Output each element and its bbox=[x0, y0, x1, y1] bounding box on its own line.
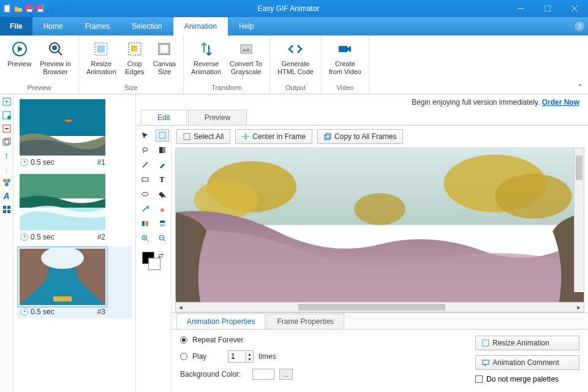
animation-comment-button[interactable]: Animation Comment bbox=[475, 355, 579, 370]
flip-v-icon[interactable] bbox=[156, 217, 169, 230]
spin-up-icon[interactable]: ▲ bbox=[246, 352, 253, 356]
svg-rect-53 bbox=[160, 221, 165, 223]
tool-palette: T ⇄ bbox=[136, 126, 172, 392]
vertical-scrollbar[interactable] bbox=[574, 148, 584, 292]
eraser-tool-icon[interactable] bbox=[156, 203, 169, 215]
redo-icon[interactable] bbox=[58, 4, 67, 13]
tab-selection[interactable]: Selection bbox=[121, 17, 173, 36]
insert-frame-icon[interactable]: + bbox=[2, 97, 12, 107]
canvas[interactable] bbox=[175, 148, 584, 303]
maximize-button[interactable] bbox=[534, 0, 561, 17]
line-tool-icon[interactable] bbox=[138, 159, 152, 171]
create-from-video-button[interactable]: Create from Video bbox=[326, 38, 364, 83]
frame-thumb[interactable]: 🕑0.5 sec#1 bbox=[20, 99, 129, 167]
copy-all-frames-button[interactable]: Copy to All Frames bbox=[317, 129, 403, 144]
editor-area: Begin enjoying full version immediately.… bbox=[136, 94, 588, 392]
marquee-tool-icon[interactable] bbox=[156, 129, 169, 141]
svg-rect-29 bbox=[5, 138, 10, 144]
save-as-icon[interactable] bbox=[36, 4, 45, 13]
zoom-in-icon[interactable] bbox=[138, 232, 152, 244]
tab-home[interactable]: Home bbox=[32, 17, 74, 36]
effects-icon[interactable] bbox=[2, 178, 12, 187]
flip-h-icon[interactable] bbox=[138, 217, 152, 230]
undo-icon[interactable] bbox=[47, 4, 56, 13]
svg-point-5 bbox=[41, 4, 45, 8]
svg-rect-28 bbox=[3, 140, 9, 145]
tab-file[interactable]: File bbox=[0, 17, 32, 36]
svg-rect-48 bbox=[142, 178, 148, 181]
svg-point-50 bbox=[164, 196, 165, 198]
tab-edit[interactable]: Edit bbox=[141, 110, 187, 125]
preview-browser-button[interactable]: Preview in Browser bbox=[37, 38, 74, 83]
frame-thumb[interactable]: 🕑0.5 sec#3 bbox=[17, 246, 132, 318]
frame-thumb[interactable]: 🕑0.5 sec#2 bbox=[20, 174, 129, 241]
svg-rect-15 bbox=[97, 45, 105, 53]
tab-animation[interactable]: Animation bbox=[173, 17, 228, 36]
background-swatch[interactable] bbox=[148, 258, 160, 270]
lasso-tool-icon[interactable] bbox=[138, 144, 152, 156]
tab-animation-properties[interactable]: Animation Properties bbox=[176, 314, 265, 329]
svg-text:+: + bbox=[4, 97, 9, 106]
repeat-forever-radio[interactable] bbox=[180, 336, 187, 344]
horizontal-scrollbar[interactable]: ◄ ► bbox=[175, 303, 584, 312]
swap-colors-icon[interactable]: ⇄ bbox=[158, 252, 164, 260]
grayscale-button[interactable]: Convert To Grayscale bbox=[227, 38, 265, 83]
editor-tabs: Edit Preview bbox=[136, 110, 588, 126]
help-icon[interactable]: ? bbox=[575, 21, 584, 31]
crop-edges-button[interactable]: Crop Edges bbox=[123, 38, 147, 83]
add-frame-icon[interactable] bbox=[2, 110, 12, 120]
ribbon: Preview Preview in Browser Preview Resiz… bbox=[0, 36, 588, 94]
clock-icon: 🕑 bbox=[20, 233, 29, 241]
play-times-radio[interactable] bbox=[180, 353, 187, 360]
text-tool-icon[interactable]: T bbox=[156, 173, 169, 186]
pointer-tool-icon[interactable] bbox=[138, 129, 152, 141]
order-now-link[interactable]: Order Now bbox=[542, 98, 579, 107]
rect-tool-icon[interactable] bbox=[138, 173, 152, 186]
play-count-spinner[interactable]: ▲▼ bbox=[228, 350, 254, 363]
bg-color-picker-button[interactable]: … bbox=[279, 369, 293, 380]
center-frame-button[interactable]: Center in Frame bbox=[235, 129, 312, 144]
resize-animation-side-button[interactable]: Resize Animation bbox=[475, 336, 579, 350]
svg-rect-19 bbox=[160, 45, 168, 53]
svg-line-47 bbox=[143, 162, 148, 167]
wand-tool-icon[interactable] bbox=[156, 144, 169, 156]
minimize-button[interactable] bbox=[507, 0, 534, 17]
open-icon[interactable] bbox=[13, 4, 23, 13]
fill-tool-icon[interactable] bbox=[156, 188, 169, 200]
reverse-animation-button[interactable]: Reverse Animation bbox=[189, 38, 224, 83]
move-up-icon[interactable]: ↑ bbox=[2, 151, 12, 160]
delete-frame-icon[interactable] bbox=[2, 124, 12, 134]
tab-help[interactable]: Help bbox=[228, 17, 265, 36]
ellipse-tool-icon[interactable] bbox=[138, 188, 152, 200]
collapse-ribbon-icon[interactable]: ⌃ bbox=[577, 83, 583, 91]
svg-rect-46 bbox=[159, 147, 162, 153]
eyedropper-tool-icon[interactable] bbox=[138, 203, 152, 215]
tab-frame-properties[interactable]: Frame Properties bbox=[266, 314, 344, 329]
svg-rect-37 bbox=[20, 99, 105, 136]
tab-preview[interactable]: Preview bbox=[188, 110, 247, 125]
text-icon[interactable]: A bbox=[2, 191, 12, 201]
bg-color-swatch[interactable] bbox=[252, 369, 274, 380]
generate-html-button[interactable]: Generate HTML Code bbox=[275, 38, 316, 83]
duplicate-frame-icon[interactable] bbox=[2, 137, 12, 147]
grid-icon[interactable] bbox=[2, 205, 12, 214]
no-merge-checkbox[interactable]: Do not merge palettes bbox=[475, 375, 579, 383]
svg-rect-73 bbox=[483, 340, 489, 346]
canvas-actions: Select All Center in Frame Copy to All F… bbox=[172, 126, 588, 148]
svg-point-38 bbox=[65, 119, 72, 122]
scroll-right-icon[interactable]: ► bbox=[574, 303, 584, 312]
save-icon[interactable] bbox=[24, 4, 34, 13]
brush-tool-icon[interactable] bbox=[156, 159, 169, 171]
new-icon[interactable] bbox=[2, 4, 12, 13]
close-button[interactable] bbox=[561, 0, 588, 17]
spin-down-icon[interactable]: ▼ bbox=[246, 356, 253, 361]
svg-rect-2 bbox=[27, 9, 32, 12]
zoom-out-icon[interactable] bbox=[156, 232, 169, 244]
select-all-button[interactable]: Select All bbox=[176, 129, 230, 144]
resize-animation-button[interactable]: Resize Animation bbox=[84, 38, 119, 83]
canvas-size-button[interactable]: Canvas Size bbox=[151, 38, 178, 83]
tab-frames[interactable]: Frames bbox=[74, 17, 121, 36]
ribbon-tabs: File Home Frames Selection Animation Hel… bbox=[0, 17, 588, 36]
preview-button[interactable]: Preview bbox=[5, 38, 34, 83]
scroll-left-icon[interactable]: ◄ bbox=[176, 303, 186, 312]
